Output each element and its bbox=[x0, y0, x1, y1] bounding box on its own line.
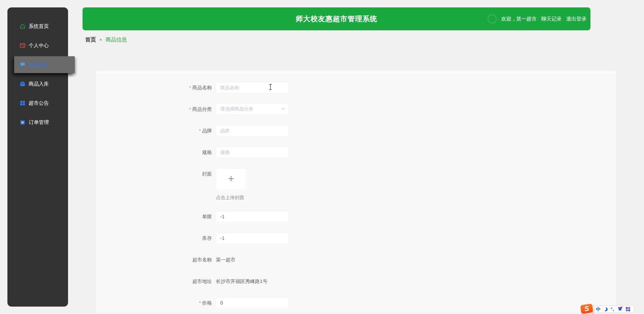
chat-history-link[interactable]: 聊天记录 bbox=[541, 16, 561, 22]
ime-punctuation-button[interactable]: °, bbox=[611, 307, 614, 311]
stock-input[interactable] bbox=[216, 232, 289, 244]
home-icon bbox=[20, 23, 26, 29]
briefcase-icon bbox=[20, 81, 26, 87]
limit-input[interactable] bbox=[216, 211, 289, 222]
supermarket-address-label: 超市地址 bbox=[96, 276, 212, 287]
avatar bbox=[488, 14, 496, 23]
bottom-edge-strip bbox=[0, 313, 644, 314]
chat-bubble-icon bbox=[20, 62, 26, 68]
price-input[interactable] bbox=[216, 297, 289, 309]
sidebar-item-product-storage[interactable]: 商品入库 bbox=[7, 77, 68, 91]
breadcrumb-separator-dot bbox=[100, 39, 102, 41]
breadcrumb-home[interactable]: 首页 bbox=[85, 36, 96, 43]
user-area: 欢迎，第一超市 聊天记录 退出登录 bbox=[488, 7, 586, 30]
sogou-logo-icon[interactable]: S bbox=[579, 303, 594, 314]
spec-label: 规格 bbox=[96, 147, 212, 158]
sidebar-item-product-info[interactable]: 商品信息 bbox=[14, 56, 75, 73]
page-title: 师大校友惠超市管理系统 bbox=[296, 14, 377, 24]
supermarket-address-value: 长沙市开福区秀峰路1号 bbox=[216, 276, 267, 287]
form-row-cover: 封面 点击上传封面 bbox=[96, 168, 616, 201]
sidebar-item-label: 订单管理 bbox=[29, 119, 49, 126]
sidebar-item-system-home[interactable]: 系统首页 bbox=[7, 20, 68, 33]
sidebar-item-order-management[interactable]: 订单管理 bbox=[7, 116, 68, 129]
supermarket-name-label: 超市名称 bbox=[96, 254, 212, 265]
logout-link[interactable]: 退出登录 bbox=[566, 16, 586, 22]
category-label: 商品分类 bbox=[96, 103, 212, 115]
sidebar-item-announcements[interactable]: 超市公告 bbox=[7, 96, 68, 110]
cover-upload-tip: 点击上传封面 bbox=[216, 195, 246, 201]
sidebar-item-label: 超市公告 bbox=[29, 100, 49, 106]
breadcrumb-current: 商品信息 bbox=[105, 36, 127, 43]
sidebar-item-label: 个人中心 bbox=[29, 42, 49, 49]
ime-toolbar: 中 °, bbox=[591, 305, 634, 313]
supermarket-name-value: 第一超市 bbox=[216, 254, 235, 265]
stock-label: 库存 bbox=[96, 232, 212, 244]
form-row-category: 商品分类 请选择商品分类 bbox=[96, 103, 616, 115]
form-row-stock: 库存 bbox=[96, 232, 616, 244]
cover-label: 封面 bbox=[96, 168, 212, 180]
ime-chinese-mode-button[interactable]: 中 bbox=[596, 307, 601, 312]
form-row-price: 价格 bbox=[96, 297, 616, 309]
sidebar-item-label: 商品入库 bbox=[29, 81, 49, 87]
form-row-product-name: 商品名称 bbox=[96, 82, 616, 93]
id-card-icon bbox=[20, 42, 26, 49]
sidebar-item-label: 系统首页 bbox=[29, 23, 49, 30]
shirt-skin-icon[interactable] bbox=[617, 306, 623, 312]
top-header-bar: 师大校友惠超市管理系统 欢迎，第一超市 聊天记录 退出登录 bbox=[83, 7, 590, 30]
brand-label: 品牌 bbox=[96, 125, 212, 136]
form-row-brand: 品牌 bbox=[96, 125, 616, 136]
product-name-label: 商品名称 bbox=[96, 82, 212, 93]
moon-icon[interactable] bbox=[603, 307, 608, 312]
ime-toolbox-icon[interactable] bbox=[626, 307, 630, 311]
grid-icon bbox=[20, 100, 26, 106]
sidebar-item-label: 商品信息 bbox=[29, 62, 49, 68]
breadcrumb: 首页 商品信息 bbox=[85, 36, 127, 44]
category-select-placeholder: 请选择商品分类 bbox=[220, 106, 253, 112]
chevron-down-icon bbox=[281, 106, 285, 112]
spec-input[interactable] bbox=[216, 147, 289, 158]
text-cursor bbox=[268, 84, 272, 92]
category-select[interactable]: 请选择商品分类 bbox=[216, 103, 289, 115]
sidebar: 系统首页 个人中心 商品信息 商品入库 超市公告 订单管理 bbox=[7, 7, 68, 307]
form-row-spec: 规格 bbox=[96, 147, 616, 158]
product-name-input[interactable] bbox=[216, 82, 289, 93]
product-form-panel: 商品名称 商品分类 请选择商品分类 品牌 规格 封面 bbox=[96, 70, 616, 314]
welcome-text: 欢迎，第一超市 bbox=[501, 16, 537, 22]
sidebar-item-personal-center[interactable]: 个人中心 bbox=[7, 39, 68, 52]
brand-input[interactable] bbox=[216, 125, 289, 136]
order-clipboard-icon bbox=[20, 119, 26, 125]
cover-upload-box plus-icon[interactable] bbox=[216, 168, 246, 190]
price-label: 价格 bbox=[96, 297, 212, 309]
limit-label: 单限 bbox=[96, 211, 212, 222]
form-row-supermarket-address: 超市地址 长沙市开福区秀峰路1号 bbox=[96, 276, 616, 287]
form-row-limit: 单限 bbox=[96, 211, 616, 222]
form-row-supermarket-name: 超市名称 第一超市 bbox=[96, 254, 616, 265]
